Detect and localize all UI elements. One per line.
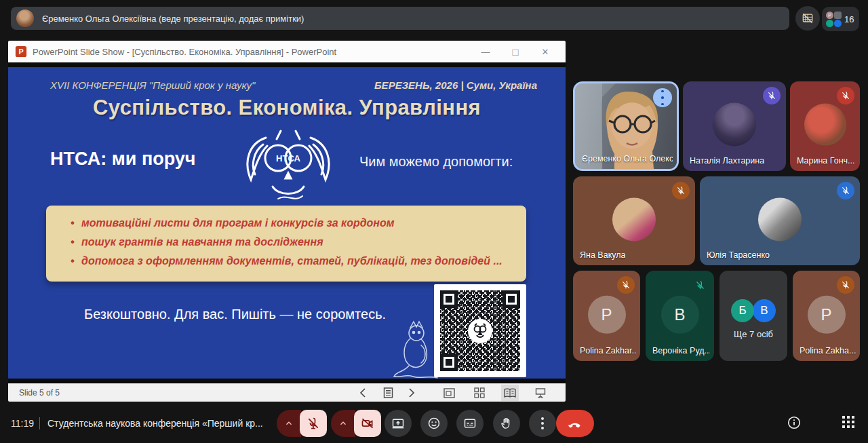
mic-off-icon <box>841 91 850 100</box>
mic-muted-badge <box>763 87 781 104</box>
slideshow-view-icon <box>535 387 546 398</box>
mic-off-icon <box>676 186 686 195</box>
slide-canvas: XVII КОНФЕРЕНЦІЯ "Перший крок у науку" Б… <box>8 67 566 379</box>
powerpoint-statusbar: Slide 5 of 5 <box>8 383 566 402</box>
presenter-avatar <box>16 9 34 27</box>
camera-toggle-button[interactable] <box>354 410 381 437</box>
google-meet-window: Єременко Ольга Олексіївна (веде презента… <box>0 0 868 443</box>
close-button[interactable]: ✕ <box>530 41 560 62</box>
reading-view-button[interactable] <box>501 385 519 401</box>
maximize-button[interactable]: □ <box>500 41 530 62</box>
tile-polina-2[interactable]: P Polina Zakha... <box>793 271 860 361</box>
powerpoint-titlebar[interactable]: P PowerPoint Slide Show - [Суспільство. … <box>8 41 566 62</box>
clock: 11:19 <box>11 418 34 429</box>
info-icon <box>787 415 802 430</box>
mic-off-icon <box>307 417 320 430</box>
apps-grid-icon <box>842 415 855 429</box>
activities-button[interactable] <box>842 415 855 429</box>
slideshow-menu-button[interactable] <box>379 385 397 401</box>
slide-counter: Slide 5 of 5 <box>19 388 60 398</box>
reading-view-icon <box>504 388 516 398</box>
presenter-banner: Єременко Ольга Олексіївна (веде презента… <box>11 7 789 30</box>
ntsa-owl-logo: НТСА <box>224 126 353 208</box>
slide-sorter-icon <box>474 387 485 398</box>
slideshow-stage: XVII КОНФЕРЕНЦІЯ "Перший крок у науку" Б… <box>8 62 566 383</box>
powerpoint-icon: P <box>15 45 27 58</box>
chevron-up-icon <box>338 419 348 428</box>
mini-avatar <box>834 20 842 27</box>
tile-veronika[interactable]: В Вероніка Руд... <box>646 271 714 361</box>
mic-muted-badge <box>617 276 635 294</box>
bullet-item: допомога з оформленням документів, стате… <box>71 255 513 267</box>
mic-options-button[interactable] <box>277 410 301 437</box>
initial-avatar: Б <box>731 299 754 322</box>
mic-muted-badge <box>837 276 854 294</box>
powerpoint-window-title: PowerPoint Slide Show - [Суспільство. Ек… <box>33 47 465 57</box>
ntsa-logo-text: НТСА <box>276 153 300 163</box>
next-slide-button[interactable] <box>403 385 420 401</box>
slide-sorter-button[interactable] <box>471 385 488 401</box>
tile-name: Єременко Ольга Олексі... <box>582 154 673 163</box>
powerpoint-window: P PowerPoint Slide Show - [Суспільство. … <box>8 41 566 402</box>
slideshow-view-button[interactable] <box>532 385 549 401</box>
normal-view-icon <box>443 388 455 398</box>
mini-avatar <box>834 12 842 19</box>
ntsa-brand-line: НТСА: ми поруч <box>50 149 196 170</box>
previous-slide-button[interactable] <box>354 385 372 401</box>
microphone-control <box>277 410 327 437</box>
participants-button[interactable]: P 16 <box>822 7 859 31</box>
presentation-off-icon <box>801 12 814 25</box>
qr-owl-emblem <box>468 319 492 343</box>
reactions-button[interactable] <box>420 410 448 437</box>
slide-title: Суспільство. Економіка. Управління <box>8 96 566 120</box>
tile-yeremenko[interactable]: Єременко Ольга Олексі... <box>573 81 679 171</box>
chevron-right-icon <box>408 388 415 398</box>
tile-name: Юлія Тарасенко <box>707 250 770 260</box>
normal-view-button[interactable] <box>440 385 458 401</box>
participants-avatars: P <box>826 12 841 26</box>
tile-name: Яна Вакула <box>580 250 625 260</box>
tile-options-button[interactable] <box>653 88 672 107</box>
more-options-icon <box>541 417 544 429</box>
more-options-button[interactable] <box>529 410 556 437</box>
overflow-count-label: Ще 7 осіб <box>719 329 787 339</box>
qr-code <box>434 284 526 377</box>
meeting-title: Студентська наукова конференція «Перший … <box>47 418 263 429</box>
overflow-avatars: Б В <box>731 299 776 322</box>
tile-yulia[interactable]: Юлія Тарасенко <box>700 176 860 265</box>
notes-icon <box>383 387 393 398</box>
raise-hand-icon <box>500 417 513 430</box>
tile-polina-1[interactable]: P Polina Zakhar... <box>573 271 640 361</box>
avatar <box>804 104 846 146</box>
tile-maryna[interactable]: Марина Гонч... <box>790 81 860 171</box>
mic-muted-badge <box>691 276 709 294</box>
present-screen-button[interactable] <box>384 410 412 437</box>
mic-muted-badge <box>672 182 690 199</box>
chevron-up-icon <box>284 419 294 428</box>
tile-natalia[interactable]: Наталія Лахтарина <box>683 81 786 171</box>
meeting-details-button[interactable] <box>787 415 802 430</box>
present-screen-icon <box>391 417 405 430</box>
initial-avatar: В <box>661 295 699 333</box>
mic-toggle-button[interactable] <box>300 410 327 437</box>
help-heading: Чим можемо допомогти: <box>359 154 513 170</box>
tile-name: Вероніка Руд... <box>652 346 710 355</box>
qr-finder <box>502 290 520 308</box>
presentation-off-button[interactable] <box>795 6 820 31</box>
mic-off-icon <box>695 280 705 290</box>
chat-button[interactable] <box>813 415 868 430</box>
raise-hand-button[interactable] <box>493 410 520 437</box>
end-call-button[interactable] <box>556 410 594 437</box>
captions-button[interactable] <box>456 410 484 437</box>
tile-yana[interactable]: Яна Вакула <box>573 176 695 265</box>
window-controls: — □ ✕ <box>471 41 560 62</box>
chevron-left-icon <box>359 388 366 398</box>
initial-avatar: P <box>588 295 626 333</box>
minimize-button[interactable]: — <box>471 41 500 62</box>
avatar <box>713 102 756 146</box>
tile-overflow[interactable]: Б В Ще 7 осіб <box>719 271 787 361</box>
camera-options-button[interactable] <box>331 410 355 437</box>
smiley-icon <box>427 417 441 430</box>
avatar <box>612 197 656 241</box>
tile-name: Марина Гонч... <box>797 156 855 166</box>
